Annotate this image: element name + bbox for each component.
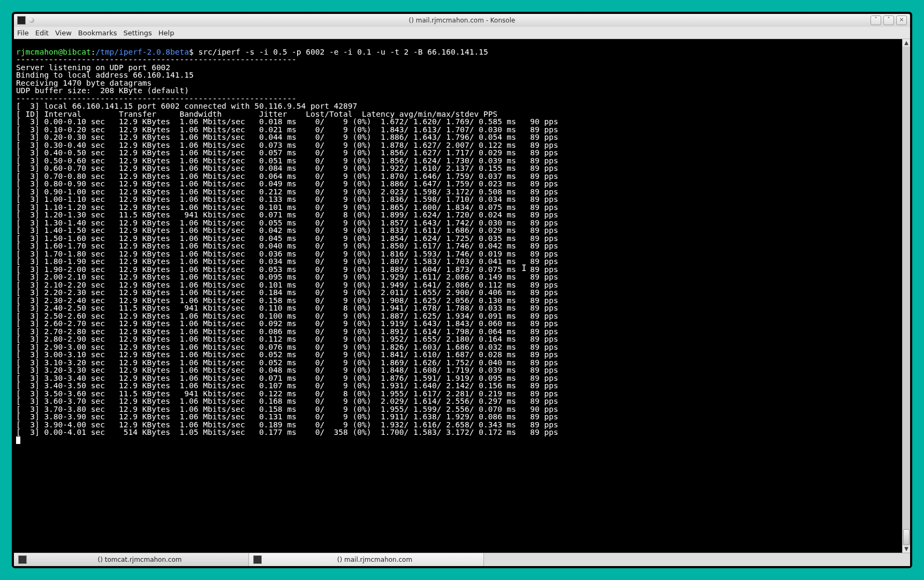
menu-edit[interactable]: Edit <box>35 29 49 37</box>
session-indicator-icon <box>29 18 34 23</box>
titlebar: () mail.rjmcmahon.com - Konsole ˅ ˄ × <box>14 14 910 27</box>
terminal-icon <box>253 555 262 564</box>
app-icon <box>17 16 26 25</box>
text-cursor-icon: I <box>521 263 527 273</box>
scroll-up-icon[interactable]: ▲ <box>903 39 910 47</box>
menu-view[interactable]: View <box>55 29 72 37</box>
scroll-down-icon[interactable]: ▼ <box>903 545 910 553</box>
tab-label: () tomcat.rjmcmahon.com <box>31 556 248 563</box>
tabbar: () tomcat.rjmcmahon.com () mail.rjmcmaho… <box>14 553 910 566</box>
menu-settings[interactable]: Settings <box>123 29 152 37</box>
menubar: File Edit View Bookmarks Settings Help <box>14 27 910 39</box>
menu-file[interactable]: File <box>17 29 29 37</box>
tab-mail[interactable]: () mail.rjmcmahon.com <box>249 553 484 566</box>
tab-tomcat[interactable]: () tomcat.rjmcmahon.com <box>14 553 249 566</box>
maximize-button[interactable]: ˄ <box>883 16 894 25</box>
tab-label: () mail.rjmcmahon.com <box>266 556 483 563</box>
scroll-track[interactable] <box>903 47 910 545</box>
scrollbar[interactable]: ▲ ▼ <box>902 39 910 553</box>
window-title: () mail.rjmcmahon.com - Konsole <box>14 17 910 24</box>
menu-help[interactable]: Help <box>158 29 175 37</box>
terminal[interactable]: rjmcmahon@bibcat:/tmp/iperf-2.0.8beta$ s… <box>14 47 902 545</box>
scroll-thumb[interactable] <box>903 529 910 545</box>
close-button[interactable]: × <box>896 16 907 25</box>
menu-bookmarks[interactable]: Bookmarks <box>78 29 117 37</box>
terminal-icon <box>18 555 27 564</box>
minimize-button[interactable]: ˅ <box>870 16 881 25</box>
